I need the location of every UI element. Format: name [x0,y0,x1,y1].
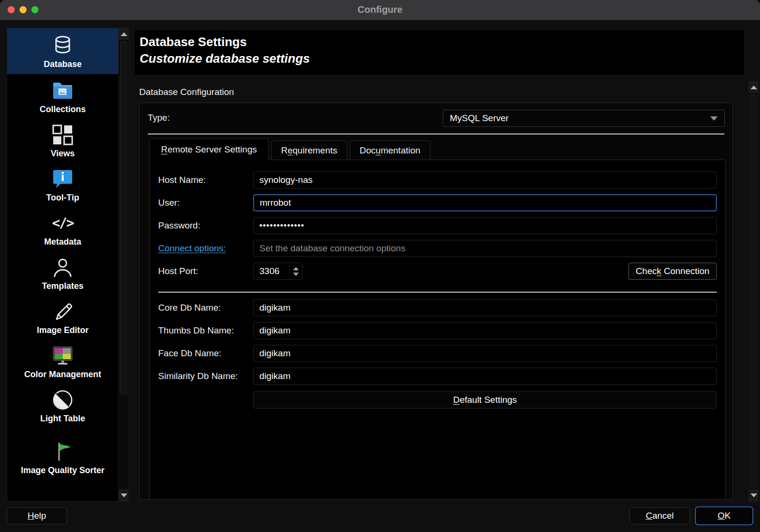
sidebar-item-light-table[interactable]: Light Table [7,383,118,428]
tooltip-bubble-icon [51,167,74,191]
sidebar-item-label: Image Editor [37,325,88,335]
database-type-dropdown[interactable]: MySQL Server [443,110,725,127]
host-port-label: Host Port: [158,266,253,276]
configure-dialog: Configure Database [0,0,760,532]
settings-tabs: Remote Server Settings Requirements Docu… [149,138,430,160]
sidebar-item-label: Views [51,149,75,159]
sidebar-item-label: Metadata [44,237,81,247]
host-name-label: Host Name: [158,175,253,185]
scroll-up-button[interactable] [750,82,758,93]
host-port-value: 3306 [254,266,289,276]
sidebar-item-image-quality-sorter[interactable]: Image Quality Sorter [7,428,118,487]
sidebar-item-label: Light Table [40,414,86,424]
separator [148,133,724,135]
similarity-db-name-input[interactable] [253,368,717,385]
page-subtitle: Customize database settings [140,51,310,66]
code-brackets-icon: </> [52,211,74,236]
database-type-value: MySQL Server [450,113,509,124]
sidebar-item-tooltip[interactable]: Tool-Tip [7,162,118,207]
thumbs-db-name-input[interactable] [253,322,717,339]
sidebar-item-label: Color Management [24,370,101,380]
sidebar-item-color-management[interactable]: Color Management [7,339,118,383]
tab-documentation[interactable]: Documentation [350,141,430,160]
contrast-circle-icon [51,388,74,412]
collections-folder-icon [51,78,75,103]
pencil-icon [51,299,74,324]
face-db-name-input[interactable] [253,345,717,362]
scroll-up-button[interactable] [119,28,128,39]
triangle-up-icon [750,86,757,89]
type-row: Type: MySQL Server [140,110,732,127]
remote-server-settings-panel: Host Name: User: Password: Connect optio… [149,160,726,500]
thumbs-db-name-label: Thumbs Db Name: [158,325,253,336]
sidebar-item-label: Database [44,59,82,69]
user-label: User: [158,198,253,208]
tab-remote-server-settings[interactable]: Remote Server Settings [149,138,269,160]
host-name-input[interactable] [253,171,717,189]
sidebar-item-collections[interactable]: Collections [7,74,118,118]
separator [158,292,717,293]
sidebar-item-label: Collections [39,104,86,114]
triangle-down-icon [121,494,127,497]
titlebar: Configure [0,0,760,20]
type-label: Type: [148,113,170,123]
core-db-name-label: Core Db Name: [158,303,253,313]
face-db-name-label: Face Db Name: [158,348,253,359]
scroll-down-button[interactable] [119,490,128,501]
page-title: Database Settings [140,35,247,49]
window-title: Configure [0,4,760,15]
database-icon [51,33,74,58]
scrollbar-thumb[interactable] [120,41,127,394]
ok-button[interactable]: OK [695,506,753,525]
user-input[interactable] [253,194,717,211]
scroll-down-button[interactable] [750,490,758,501]
sidebar-item-label: Image Quality Sorter [21,466,104,475]
sidebar-item-image-editor[interactable]: Image Editor [7,295,118,339]
spin-up-icon [293,267,299,270]
sidebar-item-label: Tool-Tip [46,193,79,203]
sidebar-item-database[interactable]: Database [7,28,118,74]
core-db-name-input[interactable] [253,299,717,316]
cancel-button[interactable]: Cancel [629,507,690,524]
connect-options-link[interactable]: Connect options: [158,243,253,254]
sidebar-item-views[interactable]: Views [7,118,118,162]
similarity-db-name-label: Similarity Db Name: [158,371,253,381]
sidebar-scrollbar[interactable] [118,28,129,501]
sidebar-item-metadata[interactable]: </> Metadata [7,207,118,251]
views-grid-icon [52,123,74,147]
settings-sidebar: Database Collections [7,28,129,502]
color-monitor-icon [51,343,75,368]
connect-options-input[interactable] [253,240,717,257]
host-port-spinner[interactable]: 3306 [253,263,303,280]
person-icon [51,255,74,280]
password-input[interactable] [253,217,717,234]
main-scrollbar[interactable] [749,81,759,502]
triangle-down-icon [750,494,757,497]
spin-down-icon [293,273,299,276]
help-button[interactable]: Help [7,507,67,524]
flag-icon [51,439,74,464]
spinner-buttons[interactable] [289,263,302,279]
sidebar-item-templates[interactable]: Templates [7,251,118,295]
default-settings-button[interactable]: Default Settings [253,391,717,408]
page-header: Database Settings Customize database set… [135,30,744,75]
scrollbar-thumb[interactable] [750,94,757,488]
password-label: Password: [158,220,253,231]
sidebar-item-label: Templates [42,281,84,291]
database-configuration-group: Type: MySQL Server Remote Server Setting… [139,103,733,500]
database-configuration-label: Database Configuration [139,87,234,97]
triangle-up-icon [121,32,127,36]
check-connection-button[interactable]: Check Connection [628,263,717,280]
chevron-down-icon [710,116,718,121]
tab-requirements[interactable]: Requirements [271,141,347,160]
